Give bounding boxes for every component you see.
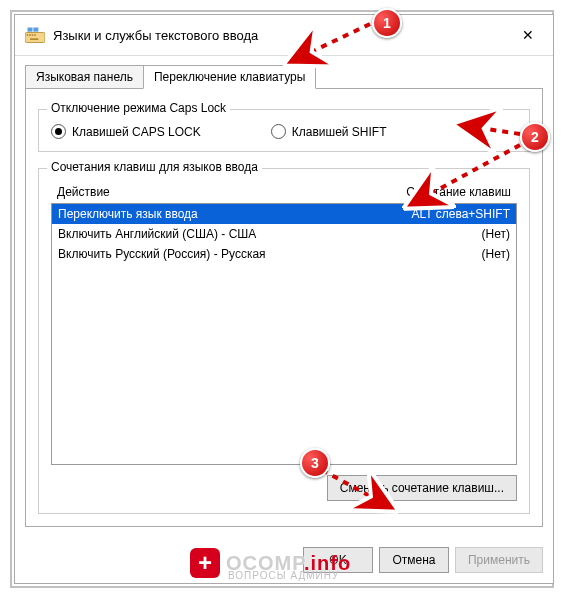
- tab-keyboard-switch[interactable]: Переключение клавиатуры: [143, 65, 316, 89]
- group-capslock-legend: Отключение режима Caps Lock: [47, 101, 230, 115]
- close-icon: ✕: [522, 27, 534, 43]
- list-row[interactable]: Переключить язык ввода ALT слева+SHIFT: [52, 204, 516, 224]
- list-row[interactable]: Включить Английский (США) - США (Нет): [52, 224, 516, 244]
- svg-rect-3: [32, 34, 34, 36]
- tab-keyboard-switch-label: Переключение клавиатуры: [154, 70, 305, 84]
- col-header-action: Действие: [57, 185, 361, 199]
- svg-rect-2: [29, 34, 31, 36]
- svg-rect-1: [27, 34, 29, 36]
- svg-rect-4: [34, 34, 36, 36]
- radio-capslock-label: Клавишей CAPS LOCK: [72, 125, 201, 139]
- hotkeys-listbox[interactable]: Переключить язык ввода ALT слева+SHIFT В…: [51, 203, 517, 465]
- dialog-languages-services: Языки и службы текстового ввода ✕ Языков…: [14, 14, 554, 584]
- list-cell-combo: ALT слева+SHIFT: [360, 207, 510, 221]
- tab-panel-keyboard-switch: Отключение режима Caps Lock Клавишей CAP…: [25, 88, 543, 527]
- svg-rect-7: [33, 28, 38, 32]
- list-cell-combo: (Нет): [360, 227, 510, 241]
- radio-shift-label: Клавишей SHIFT: [292, 125, 387, 139]
- watermark: + OCOMP.info ВОПРОСЫ АДМИНУ: [190, 548, 351, 578]
- list-cell-action: Переключить язык ввода: [58, 207, 360, 221]
- callout-1: 1: [372, 8, 402, 38]
- cancel-label: Отмена: [392, 553, 435, 567]
- callout-2: 2: [520, 122, 550, 152]
- callout-2-label: 2: [531, 129, 539, 145]
- watermark-sub: ВОПРОСЫ АДМИНУ: [228, 570, 339, 581]
- col-header-combo: Сочетание клавиш: [361, 185, 511, 199]
- tab-language-bar-label: Языковая панель: [36, 70, 133, 84]
- callout-3-label: 3: [311, 455, 319, 471]
- svg-rect-0: [25, 33, 45, 43]
- callout-3: 3: [300, 448, 330, 478]
- callout-1-label: 1: [383, 15, 391, 31]
- radio-shift[interactable]: Клавишей SHIFT: [271, 124, 387, 139]
- radio-shift-indicator: [271, 124, 286, 139]
- plus-icon: +: [190, 548, 220, 578]
- close-button[interactable]: ✕: [513, 23, 543, 47]
- group-hotkeys-legend: Сочетания клавиш для языков ввода: [47, 160, 262, 174]
- group-hotkeys: Сочетания клавиш для языков ввода Действ…: [38, 168, 530, 514]
- titlebar: Языки и службы текстового ввода ✕: [15, 15, 553, 56]
- keyboard-icon: [25, 27, 45, 43]
- list-header: Действие Сочетание клавиш: [51, 179, 517, 203]
- list-cell-action: Включить Английский (США) - США: [58, 227, 360, 241]
- list-cell-combo: (Нет): [360, 247, 510, 261]
- group-capslock-off: Отключение режима Caps Lock Клавишей CAP…: [38, 109, 530, 152]
- dialog-title: Языки и службы текстового ввода: [53, 28, 513, 43]
- tab-strip: Языковая панель Переключение клавиатуры: [25, 64, 543, 88]
- change-hotkey-label: Сменить сочетание клавиш...: [340, 481, 504, 495]
- radio-capslock[interactable]: Клавишей CAPS LOCK: [51, 124, 201, 139]
- apply-button[interactable]: Применить: [455, 547, 543, 573]
- radio-capslock-indicator: [51, 124, 66, 139]
- list-row[interactable]: Включить Русский (Россия) - Русская (Нет…: [52, 244, 516, 264]
- cancel-button[interactable]: Отмена: [379, 547, 449, 573]
- list-cell-action: Включить Русский (Россия) - Русская: [58, 247, 360, 261]
- svg-rect-5: [30, 38, 38, 40]
- tab-language-bar[interactable]: Языковая панель: [25, 65, 144, 89]
- change-hotkey-button[interactable]: Сменить сочетание клавиш...: [327, 475, 517, 501]
- svg-rect-6: [28, 28, 33, 32]
- apply-label: Применить: [468, 553, 530, 567]
